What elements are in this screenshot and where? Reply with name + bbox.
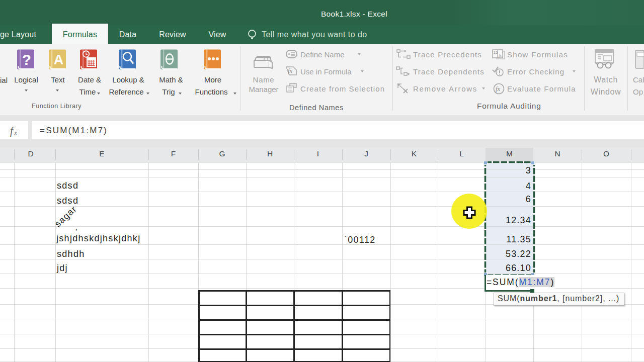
svg-text:?: ? bbox=[22, 51, 31, 68]
svg-text:fx: fx bbox=[288, 67, 293, 74]
svg-text:15: 15 bbox=[494, 50, 498, 55]
svg-text:fx: fx bbox=[496, 85, 501, 93]
svg-text:x: x bbox=[14, 129, 18, 137]
svg-text:A: A bbox=[54, 52, 64, 67]
svg-text:fx: fx bbox=[499, 53, 502, 58]
